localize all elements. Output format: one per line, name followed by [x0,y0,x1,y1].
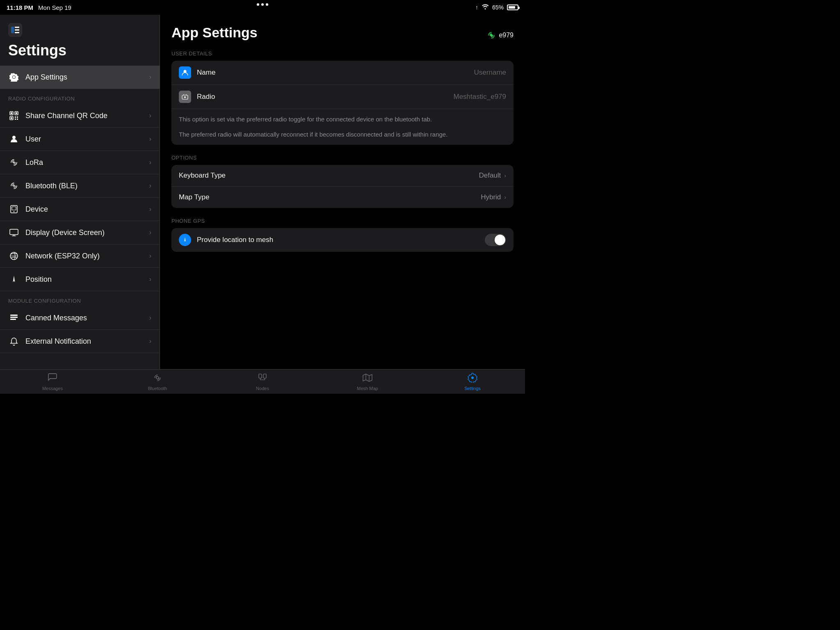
tab-bluetooth[interactable]: Bluetooth [105,373,210,391]
sidebar-item-canned-messages[interactable]: Canned Messages › [0,306,160,330]
position-icon [8,274,20,285]
tab-label-settings: Settings [464,386,481,391]
tab-bar: Messages Bluetooth Nodes [0,369,525,394]
chevron-right-icon: › [149,338,151,345]
battery-percentage: 65% [492,4,504,11]
display-icon [8,227,20,238]
section-header-radio: Radio Configuration [0,89,160,104]
gear-icon [8,71,20,83]
tab-mesh-map[interactable]: Mesh Map [315,373,420,391]
sidebar-item-bluetooth[interactable]: Bluetooth (BLE) › [0,174,160,198]
device-name: e979 [499,32,514,39]
sidebar-item-label-app-settings: App Settings [25,73,144,82]
svg-rect-22 [10,315,18,316]
sidebar-item-app-settings[interactable]: App Settings › [0,66,160,89]
svg-point-15 [13,162,15,163]
status-time: 11:18 PM [7,4,33,11]
sidebar-item-label-network: Network (ESP32 Only) [25,252,144,260]
device-icon [8,203,20,215]
svg-rect-13 [17,119,18,120]
chevron-right-icon: › [149,314,151,322]
lora-icon [8,157,20,168]
map-type-value: Hybrid [481,193,501,201]
svg-point-25 [490,34,493,37]
main-layout: Settings App Settings › Radio Configurat… [0,15,525,369]
radio-row[interactable]: Radio Meshtastic_e979 [171,85,514,109]
map-type-label: Map Type [179,193,481,201]
three-dots [257,3,268,6]
name-avatar-icon [179,66,191,79]
svg-rect-31 [263,374,266,378]
phone-gps-section-label: Phone GPS [171,218,514,224]
external-notification-icon [8,336,20,347]
info-text-2: The preferred radio will automatically r… [171,130,514,145]
svg-rect-7 [16,112,17,114]
sidebar-header [0,15,160,42]
svg-point-16 [13,185,15,187]
bluetooth-tab-icon [153,373,162,385]
sidebar-item-position[interactable]: Position › [0,268,160,291]
section-header-module: Module Configuration [0,291,160,306]
nodes-tab-icon [258,373,267,385]
battery-icon [507,5,518,10]
name-row[interactable]: Name Username [171,61,514,85]
tab-label-bluetooth: Bluetooth [148,386,167,391]
svg-rect-3 [15,32,19,33]
tab-settings[interactable]: Settings [420,373,525,391]
provide-location-toggle[interactable] [485,234,506,246]
main-title: App Settings [171,25,514,41]
svg-rect-23 [10,317,18,318]
tab-messages[interactable]: Messages [0,373,105,391]
sidebar-item-label-lora: LoRa [25,158,144,167]
tab-nodes[interactable]: Nodes [210,373,315,391]
sidebar-item-external-notification[interactable]: External Notification › [0,330,160,353]
svg-rect-5 [11,112,12,114]
settings-tab-icon [468,373,477,385]
sidebar-toggle-button[interactable] [8,23,22,37]
svg-rect-12 [15,119,16,120]
sidebar-item-label-share-channel: Share Channel QR Code [25,112,144,120]
location-arrow-icon: ↑ [475,4,478,11]
main-content: e979 App Settings User Details Name User… [160,15,525,369]
chevron-right-icon: › [149,229,151,236]
keyboard-type-row[interactable]: Keyboard Type Default › [171,165,514,187]
tab-label-nodes: Nodes [256,386,269,391]
sidebar-item-label-display: Display (Device Screen) [25,228,144,237]
network-icon [8,250,20,262]
sidebar-item-display[interactable]: Display (Device Screen) › [0,221,160,244]
phone-gps-card: Provide location to mesh [171,228,514,252]
svg-rect-18 [12,207,16,210]
sidebar-item-label-bluetooth: Bluetooth (BLE) [25,182,144,190]
info-text-1: This option is set via the preferred rad… [171,109,514,130]
provide-location-row[interactable]: Provide location to mesh [171,228,514,252]
svg-point-19 [14,211,14,212]
tab-label-messages: Messages [42,386,63,391]
svg-rect-9 [11,117,12,119]
radio-icon [179,91,191,103]
sidebar-item-lora[interactable]: LoRa › [0,151,160,174]
sidebar-item-network[interactable]: Network (ESP32 Only) › [0,244,160,268]
sidebar-item-device[interactable]: Device › [0,198,160,221]
svg-point-14 [12,136,16,139]
provide-location-label: Provide location to mesh [197,236,485,244]
chevron-right-icon: › [149,182,151,189]
options-section-label: Options [171,155,514,161]
sidebar: Settings App Settings › Radio Configurat… [0,15,160,369]
svg-point-32 [471,377,474,379]
sidebar-item-share-channel[interactable]: Share Channel QR Code › [0,104,160,128]
wifi-icon [482,4,489,11]
map-type-chevron: › [504,194,506,201]
chevron-right-icon: › [149,205,151,213]
chevron-right-icon: › [149,112,151,119]
person-icon [8,133,20,145]
map-type-row[interactable]: Map Type Hybrid › [171,187,514,208]
sidebar-item-label-user: User [25,135,144,144]
radio-label: Radio [197,93,447,101]
svg-rect-30 [259,374,262,378]
device-indicator: e979 [487,31,514,39]
svg-rect-11 [17,116,18,118]
sidebar-item-label-external-notification: External Notification [25,337,144,346]
chevron-right-icon: › [149,159,151,166]
map-tab-icon [363,373,372,385]
sidebar-item-user[interactable]: User › [0,128,160,151]
